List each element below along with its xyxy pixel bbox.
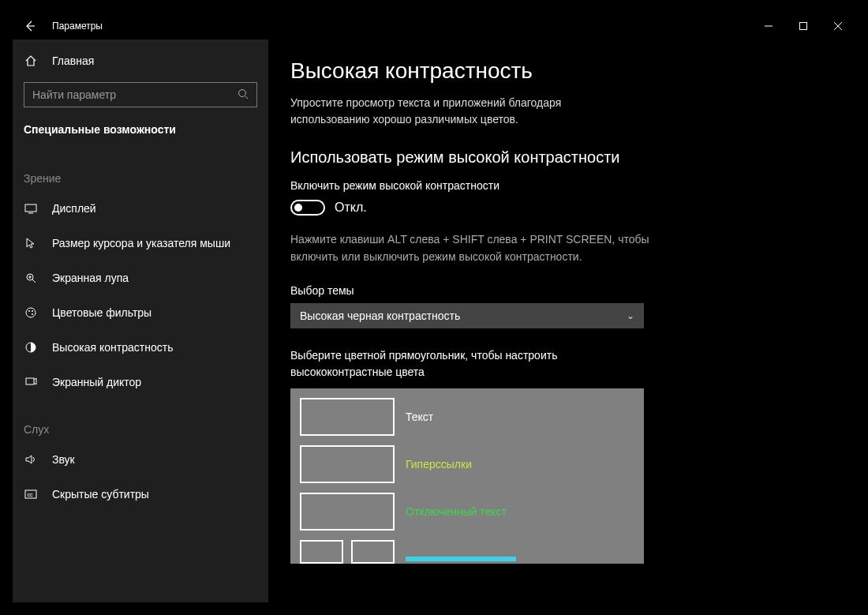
maximize-button[interactable] xyxy=(786,13,821,39)
category-title: Специальные возможности xyxy=(13,115,268,148)
cc-icon: cc xyxy=(24,487,38,501)
svg-rect-1 xyxy=(800,23,807,30)
color-swatch-selected-bg[interactable] xyxy=(351,540,395,564)
contrast-icon xyxy=(24,340,38,354)
nav-cc[interactable]: cc Скрытые субтитры xyxy=(13,477,268,512)
color-label-disabled: Отключенный текст xyxy=(406,505,507,518)
color-swatch-selected-fg[interactable] xyxy=(300,540,343,564)
theme-dropdown[interactable]: Высокая черная контрастность ⌄ xyxy=(290,303,644,328)
color-swatch-disabled[interactable] xyxy=(300,493,395,531)
toggle-label: Включить режим высокой контрастности xyxy=(290,179,833,192)
selected-text-bar xyxy=(406,557,516,561)
color-filter-icon xyxy=(24,306,38,320)
svg-text:cc: cc xyxy=(28,492,34,497)
home-icon xyxy=(24,54,38,68)
page-title: Высокая контрастность xyxy=(290,58,833,84)
group-title-hearing: Слух xyxy=(13,399,268,442)
nav-item-label: Звук xyxy=(52,453,75,466)
close-button[interactable] xyxy=(821,13,855,39)
nav-narrator[interactable]: Экранный диктор xyxy=(13,365,268,399)
sidebar: Главная Специальные возможности Зрение Д… xyxy=(13,39,268,602)
theme-label: Выбор темы xyxy=(290,284,833,297)
nav-item-label: Цветовые фильтры xyxy=(52,306,152,319)
svg-point-12 xyxy=(26,308,36,317)
toggle-state: Откл. xyxy=(335,201,367,215)
nav-high-contrast[interactable]: Высокая контрастность xyxy=(13,330,268,365)
nav-item-label: Экранная лупа xyxy=(52,272,129,284)
color-preview: Текст Гиперссылки Отключенный текст xyxy=(290,388,644,564)
nav-item-label: Скрытые субтитры xyxy=(52,488,149,501)
preview-label: Выберите цветной прямоугольник, чтобы на… xyxy=(290,347,638,381)
svg-point-4 xyxy=(239,90,246,97)
nav-cursor[interactable]: Размер курсора и указателя мыши xyxy=(13,226,268,261)
nav-item-label: Размер курсора и указателя мыши xyxy=(52,237,230,249)
narrator-icon xyxy=(24,375,38,389)
color-swatch-hyperlinks[interactable] xyxy=(300,445,395,483)
window-title: Параметры xyxy=(52,21,103,32)
high-contrast-toggle[interactable] xyxy=(290,200,325,216)
svg-point-13 xyxy=(28,310,30,312)
nav-magnifier[interactable]: Экранная лупа xyxy=(13,261,268,295)
page-description: Упростите просмотр текста и приложений б… xyxy=(290,95,622,128)
section-title-use: Использовать режим высокой контрастности xyxy=(290,148,833,167)
svg-point-15 xyxy=(32,313,33,315)
svg-rect-6 xyxy=(25,204,36,212)
cursor-icon xyxy=(24,236,38,250)
nav-home-label: Главная xyxy=(52,54,94,67)
sound-icon xyxy=(24,452,38,467)
chevron-down-icon: ⌄ xyxy=(627,310,634,321)
svg-line-5 xyxy=(245,96,248,99)
nav-item-label: Дисплей xyxy=(52,202,96,215)
search-icon xyxy=(237,88,249,103)
shortcut-hint: Нажмите клавиши ALT слева + SHIFT слева … xyxy=(290,231,653,265)
color-swatch-text[interactable] xyxy=(300,398,395,436)
color-label-hyperlinks: Гиперссылки xyxy=(406,458,472,471)
display-icon xyxy=(24,201,38,216)
group-title-vision: Зрение xyxy=(13,148,268,191)
minimize-button[interactable] xyxy=(751,13,786,39)
svg-point-14 xyxy=(32,310,33,312)
svg-rect-17 xyxy=(26,378,34,384)
main-content: Высокая контрастность Упростите просмотр… xyxy=(268,39,855,602)
search-input[interactable] xyxy=(24,82,257,107)
magnifier-icon xyxy=(24,271,38,285)
nav-display[interactable]: Дисплей xyxy=(13,191,268,226)
nav-color-filter[interactable]: Цветовые фильтры xyxy=(13,295,268,330)
nav-item-label: Экранный диктор xyxy=(52,376,141,388)
nav-home[interactable]: Главная xyxy=(13,46,268,76)
nav-item-label: Высокая контрастность xyxy=(52,341,173,354)
color-label-text: Текст xyxy=(406,411,433,423)
theme-value: Высокая черная контрастность xyxy=(300,309,627,322)
nav-sound[interactable]: Звук xyxy=(13,442,268,477)
svg-line-9 xyxy=(32,279,36,283)
back-button[interactable] xyxy=(21,17,39,36)
